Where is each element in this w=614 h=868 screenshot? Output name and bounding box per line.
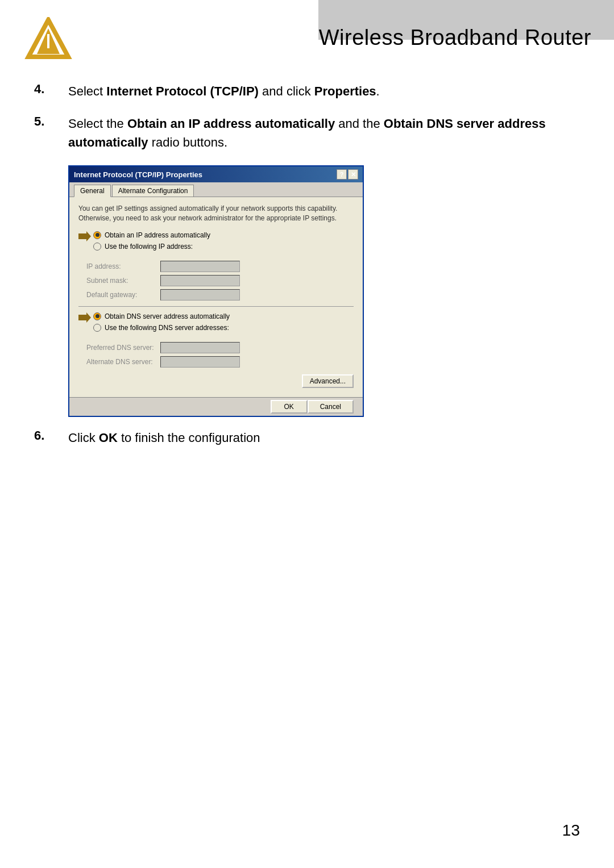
dialog-action-bar: OK Cancel (69, 397, 363, 416)
page-number: 13 (562, 821, 580, 840)
radio-obtain-dns-label: Obtain DNS server address automatically (105, 312, 230, 320)
radio-use-ip[interactable] (93, 243, 101, 251)
dialog-description: You can get IP settings assigned automat… (78, 204, 354, 223)
step-4-text: Select Internet Protocol (TCP/IP) and cl… (68, 82, 580, 101)
advanced-button[interactable]: Advanced... (302, 374, 354, 388)
svg-marker-3 (78, 231, 91, 241)
step-4: 4. Select Internet Protocol (TCP/IP) and… (34, 82, 580, 101)
step4-bold2: Properties (314, 84, 376, 98)
radio-obtain-ip-label: Obtain an IP address automatically (105, 231, 210, 239)
step4-text-middle: and click (259, 84, 314, 98)
gateway-row: Default gateway: (78, 289, 354, 301)
step6-text-after: to finish the configuration (118, 431, 260, 445)
step4-text-after: . (376, 84, 380, 98)
alternate-dns-row: Alternate DNS server: (78, 356, 354, 368)
gateway-label: Default gateway: (86, 291, 160, 299)
product-title: Wireless Broadband Router (319, 26, 591, 50)
preferred-dns-input[interactable] (160, 342, 240, 353)
radio-use-ip-row: Use the following IP address: (93, 243, 210, 251)
step-5: 5. Select the Obtain an IP address autom… (34, 114, 580, 152)
step-5-text: Select the Obtain an IP address automati… (68, 114, 580, 152)
radio-use-dns-row: Use the following DNS server addresses: (93, 324, 230, 332)
ip-address-label: IP address: (86, 262, 160, 270)
step5-bold1: Obtain an IP address automatically (127, 116, 335, 131)
tab-general[interactable]: General (74, 185, 111, 197)
step5-text-before: Select the (68, 116, 127, 131)
cancel-button[interactable]: Cancel (308, 400, 354, 414)
subnet-mask-label: Subnet mask: (86, 277, 160, 285)
ip-radio-section: Obtain an IP address automatically Use t… (93, 231, 210, 254)
radio-obtain-dns-row: Obtain DNS server address automatically (93, 312, 230, 320)
page-content: 4. Select Internet Protocol (TCP/IP) and… (0, 70, 614, 472)
step4-bold1: Internet Protocol (TCP/IP) (106, 84, 259, 98)
step4-text-before: Select (68, 84, 106, 98)
page-header: Wireless Broadband Router (0, 0, 614, 70)
radio-obtain-ip[interactable] (93, 231, 101, 239)
ip-address-row: IP address: (78, 261, 354, 272)
tab-alternate[interactable]: Alternate Configuration (112, 185, 194, 197)
step6-bold1: OK (99, 431, 118, 445)
step-4-number: 4. (34, 82, 68, 97)
dialog-body: You can get IP settings assigned automat… (69, 197, 363, 397)
alternate-dns-label: Alternate DNS server: (86, 358, 160, 366)
radio-use-dns-label: Use the following DNS server addresses: (105, 324, 229, 332)
dns-radio-section: Obtain DNS server address automatically … (93, 312, 230, 335)
logo-area (23, 17, 91, 65)
subnet-mask-row: Subnet mask: (78, 275, 354, 286)
ok-button[interactable]: OK (271, 400, 308, 414)
step-6: 6. Click OK to finish the configuration (34, 428, 580, 447)
subnet-mask-input[interactable] (160, 275, 240, 286)
ip-address-input[interactable] (160, 261, 240, 272)
preferred-dns-label: Preferred DNS server: (86, 344, 160, 352)
step5-text-after: radio buttons. (148, 135, 227, 149)
radio-use-dns[interactable] (93, 324, 101, 332)
step5-text-middle: and the (335, 116, 384, 131)
dialog-controls: ? ✕ (337, 169, 358, 180)
dialog-tabs: General Alternate Configuration (69, 182, 363, 197)
radio-use-ip-label: Use the following IP address: (105, 243, 193, 251)
radio-obtain-dns[interactable] (93, 312, 101, 320)
step-6-number: 6. (34, 428, 68, 443)
step-6-text: Click OK to finish the configuration (68, 428, 580, 447)
svg-marker-4 (78, 312, 91, 323)
dialog-title: Internet Protocol (TCP/IP) Properties (74, 170, 202, 179)
tcp-ip-dialog: Internet Protocol (TCP/IP) Properties ? … (68, 165, 364, 417)
dialog-titlebar: Internet Protocol (TCP/IP) Properties ? … (69, 166, 363, 182)
preferred-dns-row: Preferred DNS server: (78, 342, 354, 353)
alternate-dns-input[interactable] (160, 356, 240, 368)
gateway-input[interactable] (160, 289, 240, 301)
step-5-number: 5. (34, 114, 68, 129)
radio-obtain-ip-row: Obtain an IP address automatically (93, 231, 210, 239)
arrow-icon-2 (78, 312, 91, 323)
company-logo (23, 17, 74, 62)
help-button[interactable]: ? (337, 169, 347, 180)
step6-text-before: Click (68, 431, 99, 445)
close-button[interactable]: ✕ (348, 169, 358, 180)
arrow-icon-1 (78, 231, 91, 241)
section-separator (78, 306, 354, 307)
